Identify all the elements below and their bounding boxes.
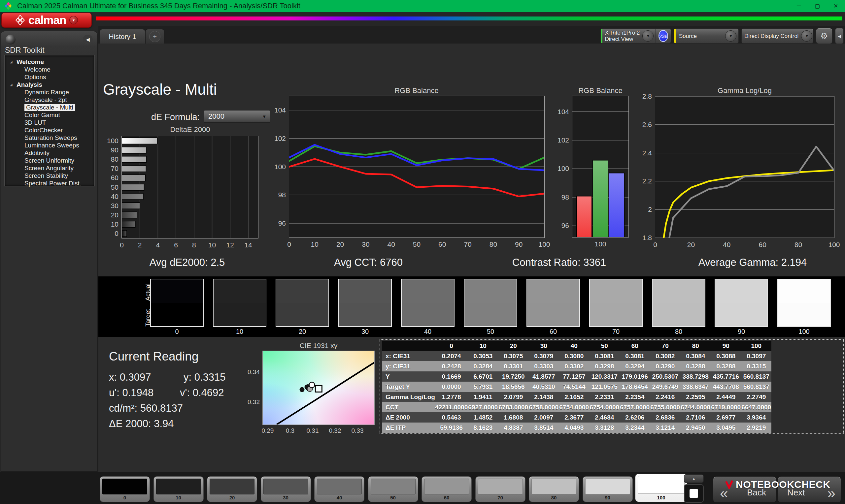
- table-row: Y0.16696.670119.725041.857777.1257120.33…: [382, 372, 771, 382]
- table-cell: 2.2595: [680, 392, 711, 402]
- axis-tick-label: 80: [111, 155, 119, 163]
- swatch-actual-color: [653, 280, 705, 303]
- axis-tick-label: 30: [111, 202, 119, 210]
- grayscale-patch-button-90[interactable]: 90: [583, 476, 633, 502]
- grayscale-patch-button-10[interactable]: 10: [154, 476, 204, 502]
- table-cell: 6754.0000: [589, 402, 619, 412]
- table-cell: 2.9219: [741, 422, 771, 433]
- table-cell: 0.3081: [619, 351, 650, 361]
- table-cell: 0.3298: [589, 361, 619, 372]
- axis-tick-label: 0: [287, 240, 291, 248]
- white-square-icon: [689, 489, 698, 498]
- table-cell: 6757.0000: [619, 402, 650, 412]
- table-cell: 2.2749: [741, 392, 771, 402]
- table-cell: 0.3284: [468, 361, 498, 372]
- table-column-header: 10: [468, 341, 498, 351]
- axis-tick-label: 60: [759, 241, 767, 249]
- axis-tick-label: 102: [558, 136, 569, 144]
- grayscale-patch-button-50[interactable]: 50: [368, 476, 418, 502]
- swatch-20: [276, 279, 329, 327]
- axis-tick-label: 0.29: [261, 427, 274, 434]
- table-cell: 338.7298: [680, 372, 711, 382]
- table-cell: 560.8137: [741, 372, 771, 382]
- avg-cct: Avg CCT: 6760: [334, 257, 403, 269]
- axis-tick-label: 20: [687, 241, 695, 249]
- swatch-80: [652, 279, 705, 327]
- patch-color: [210, 479, 254, 494]
- table-cell: 249.6749: [650, 382, 680, 392]
- swatch-50: [464, 279, 517, 327]
- table-cell: 0.3288: [680, 361, 711, 372]
- average-gamma: Average Gamma: 2.194: [699, 257, 807, 269]
- axis-tick-label: 0.33: [351, 427, 364, 434]
- grayscale-patch-button-0[interactable]: 0: [100, 476, 150, 502]
- grayscale-patch-button-100[interactable]: 100: [635, 474, 687, 502]
- grayscale-patch-button-30[interactable]: 30: [261, 476, 311, 502]
- patch-color: [585, 479, 630, 494]
- table-cell: 2.0799: [498, 392, 528, 402]
- app-window: Calman 2025 Calman Ultimate for Business…: [0, 0, 845, 504]
- swatch-10: [213, 279, 266, 327]
- swatch-level-label: 90: [715, 328, 768, 336]
- table-cell: 3.8514: [528, 422, 559, 433]
- swatch-70: [589, 279, 642, 327]
- table-cell: 3.1214: [650, 422, 680, 433]
- table-column-header: 40: [559, 341, 589, 351]
- table-cell: 8.1623: [468, 422, 498, 433]
- table-cell: 2.0097: [528, 412, 559, 422]
- grayscale-patch-button-80[interactable]: 80: [529, 476, 579, 502]
- axis-tick-label: 8: [192, 241, 196, 249]
- swatch-target-color: [715, 303, 768, 326]
- axis-tick-label: 2: [138, 241, 142, 249]
- axis-tick-label: 0.32: [248, 398, 260, 406]
- table-cell: 560.8137: [741, 382, 771, 392]
- swatch-90: [715, 279, 768, 327]
- table-row: y: CIE310.24280.32840.33010.33030.33020.…: [382, 361, 771, 372]
- grayscale-patch-button-40[interactable]: 40: [314, 476, 365, 502]
- table-cell: 0.3315: [741, 361, 771, 372]
- swatch-target-color: [214, 303, 266, 326]
- reading-de2000: ΔE 2000: 3.94: [109, 418, 174, 430]
- swatch-level-label: 0: [150, 328, 204, 336]
- pattern-window-button[interactable]: [684, 484, 704, 503]
- table-column-header: 70: [650, 341, 680, 351]
- axis-tick-label: 0: [120, 241, 124, 249]
- avg-de2000: Avg dE2000: 2.5: [149, 257, 225, 269]
- grayscale-patch-button-20[interactable]: 20: [207, 476, 257, 502]
- table-row: CCT42211.00006927.00006783.00006758.0000…: [382, 402, 771, 412]
- axis-tick-label: 20: [336, 240, 344, 248]
- table-cell: 179.0196: [619, 372, 650, 382]
- scroll-up-icon[interactable]: ▲: [684, 474, 704, 483]
- axis-tick-label: 98: [278, 191, 286, 199]
- axis-tick-label: 70: [464, 240, 471, 248]
- swatch-target-color: [464, 303, 516, 326]
- table-cell: 2.3677: [559, 412, 589, 422]
- table-cell: 0.3088: [711, 351, 741, 361]
- axis-tick-label: 50: [111, 183, 119, 191]
- notebookcheck-logo-icon: [724, 480, 734, 489]
- table-cell: 3.3128: [589, 422, 619, 433]
- swatch-actual-color: [715, 280, 768, 303]
- swatch-actual-color: [778, 280, 830, 303]
- table-cell: 120.3317: [589, 372, 619, 382]
- table-row: ΔE 20000.54631.48521.68082.00972.36772.4…: [382, 412, 771, 422]
- grayscale-patch-button-60[interactable]: 60: [422, 476, 472, 502]
- table-cell: 1.6808: [498, 412, 528, 422]
- notebookcheck-watermark: NOTEBOOKCHECK: [724, 479, 830, 490]
- table-cell: 443.7708: [711, 382, 741, 392]
- table-column-header: 30: [528, 341, 559, 351]
- table-cell: 435.7716: [711, 372, 741, 382]
- axis-tick-label: 104: [558, 108, 569, 116]
- axis-tick-label: 2.4: [642, 149, 652, 157]
- axis-tick-label: 14: [244, 241, 252, 249]
- chart-rgbbar-plot: [572, 96, 629, 237]
- chart-deltae-plot: [122, 136, 259, 238]
- grayscale-patch-button-70[interactable]: 70: [475, 476, 526, 502]
- table-cell: 42211.0000: [435, 402, 468, 412]
- table-cell: 1.2778: [435, 392, 468, 402]
- axis-tick-label: 2.8: [642, 92, 652, 100]
- axis-tick-label: 90: [111, 146, 119, 154]
- swatch-level-label: 20: [276, 328, 329, 336]
- swatch-actual-color: [402, 280, 454, 303]
- table-cell: 0.3080: [559, 351, 589, 361]
